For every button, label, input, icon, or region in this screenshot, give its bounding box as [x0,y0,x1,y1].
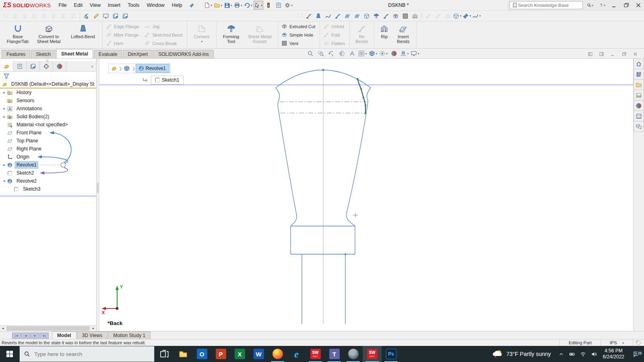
status-tag-icon[interactable] [633,339,644,346]
simple-hole-button[interactable]: Simple Hole [280,31,318,38]
tree-item-revolve1[interactable]: ▸Revolve1 [0,161,96,169]
toolbar-grip-2[interactable]: ⋮⋮ [295,13,303,19]
hide-show-items-icon[interactable]: ▾ [378,49,389,58]
menu-file[interactable]: File [55,0,70,10]
tab-evaluate[interactable]: Evaluate [94,50,122,58]
spline-tool-icon[interactable]: ▾ [472,12,481,21]
tree-item-origin[interactable]: Origin [0,153,96,161]
tree-item-annotations[interactable]: ▸Annotations [0,105,96,113]
expander-icon[interactable]: ▸ [2,90,7,95]
view-cube-icon[interactable]: ▾ [452,12,462,21]
panel-expand-chevron-icon[interactable]: › [88,61,96,71]
rip-button[interactable]: Rip [376,22,392,48]
doc-tab-motion-study-1[interactable]: Motion Study 1 [108,331,151,339]
view-orientation-icon[interactable]: ▾ [357,49,368,58]
print-icon[interactable]: ▾ [233,1,243,10]
view-isometric-icon[interactable] [68,12,78,21]
solidworks-forum-button[interactable] [634,121,644,132]
view-front-icon[interactable] [10,12,20,21]
taskbar-search-input[interactable] [34,351,154,357]
breadcrumb-feature[interactable]: Revolve1 [136,64,169,73]
tab-nav-button[interactable]: ► [31,333,39,339]
taskbar-powerpoint[interactable]: P [211,346,230,362]
scroll-right-icon[interactable]: ► [91,326,96,331]
menu-insert[interactable]: Insert [104,0,124,10]
weather-widget[interactable]: 73°F Partly sunny [487,349,556,359]
tree-root[interactable]: DSKNB (Default<<Default>_Display Sta [0,80,96,88]
chevron-up-icon[interactable] [556,351,567,357]
rollback-bar[interactable] [0,196,96,196]
expander-icon[interactable]: ▸ [2,115,7,119]
expander-icon[interactable]: ▸ [2,163,7,167]
view-back-icon[interactable] [20,12,30,21]
jog-icon[interactable] [381,12,391,21]
expander-icon[interactable]: ▸ [2,107,7,111]
toolbar-grip[interactable]: ⋮⋮ [2,13,9,19]
view-right-icon[interactable] [39,12,49,21]
taskbar-teams[interactable]: T [325,346,344,362]
flatten-icon[interactable] [443,12,452,21]
taskbar-internet-explorer[interactable]: e [287,346,306,362]
tree-item-material-not-specified[interactable]: Material <not specified> [0,121,96,129]
copy-appearance-icon[interactable] [111,12,120,21]
open-icon[interactable]: ▾ [213,1,223,10]
insert-bends-button[interactable]: Insert Bends [392,22,414,48]
scroll-left-icon[interactable]: ◄ [0,326,6,331]
minimize-icon[interactable] [611,1,617,10]
taskbar-word[interactable]: W [249,346,268,362]
wifi-icon[interactable] [578,351,588,357]
featuremanager-tab[interactable] [0,61,13,71]
close-document-icon[interactable] [632,51,638,57]
tree-item-revolve2[interactable]: ▾Revolve2 [0,177,96,185]
restore-icon[interactable] [623,1,630,10]
select-arc-icon[interactable] [82,12,91,21]
fold-icon[interactable] [433,12,443,21]
clock[interactable]: 4:56 PM 6/24/2022 [599,348,628,360]
configurationmanager-tab[interactable] [27,61,40,71]
zoom-to-area-icon[interactable] [316,49,326,58]
tab-nav-button[interactable]: ◄ [21,333,30,339]
search-dropdown-icon[interactable]: ▾ [587,1,593,10]
taskbar-file-explorer[interactable] [173,346,192,362]
annotation-visibility-icon[interactable] [347,49,357,58]
sketched-bend-icon[interactable] [323,12,333,21]
forming-tool-icon[interactable] [372,12,381,21]
pin-tool-icon[interactable]: ▾ [462,12,472,21]
splitter-knob[interactable] [97,183,99,193]
tab-sketch[interactable]: Sketch [31,50,56,58]
tab-features[interactable]: Features [2,50,30,58]
extruded-cut-icon[interactable] [391,12,400,21]
close-icon[interactable] [635,1,642,10]
view-palette-button[interactable] [634,90,644,101]
save-icon[interactable]: ▾ [223,1,233,10]
convert-to-sheet-metal-icon[interactable] [362,12,372,21]
dimxpertmanager-tab[interactable] [40,61,53,71]
edit-appearance-icon[interactable] [389,49,399,58]
tree-item-sketch3[interactable]: Sketch3 [0,185,96,193]
panel-resize-grip[interactable] [46,60,49,62]
displaymanager-tab[interactable] [53,61,66,71]
rip-icon[interactable] [410,12,420,21]
appearances-button[interactable] [634,100,644,111]
tab-solidworks-add-ins[interactable]: SOLIDWORKS Add-Ins [153,50,213,58]
tree-item-sketch2[interactable]: Sketch2 [0,169,96,177]
base-flange-tab-button[interactable]: Base Flange/Tab [4,22,32,48]
collapse-right-icon[interactable] [599,51,605,57]
rebuild-icon[interactable] [264,1,273,10]
new-document-icon[interactable]: ▾ [203,1,213,10]
taskbar-solidworks-active[interactable]: SW2017 [363,346,382,362]
menu-tools[interactable]: Tools [124,0,143,10]
tree-item-right-plane[interactable]: Right Plane [0,145,96,153]
graphics-viewport[interactable]: ❯ ❯ Revolve1 Sketch1 [99,59,633,331]
volume-icon[interactable] [588,351,599,357]
doc-tab-3d-views[interactable]: 3D Views [77,331,107,339]
taskbar-task-view[interactable] [155,346,173,362]
knowledge-base-search-input[interactable] [518,3,581,8]
lofted-bend-button[interactable]: Lofted-Bend [66,22,100,48]
tree-item-sensors[interactable]: Sensors [0,97,96,105]
base-flange-icon[interactable] [304,12,314,21]
minimize-document-icon[interactable] [610,51,616,57]
options-icon[interactable]: ▾ [284,1,293,10]
edge-flange-icon[interactable] [333,12,343,21]
body-icon[interactable] [122,64,131,72]
